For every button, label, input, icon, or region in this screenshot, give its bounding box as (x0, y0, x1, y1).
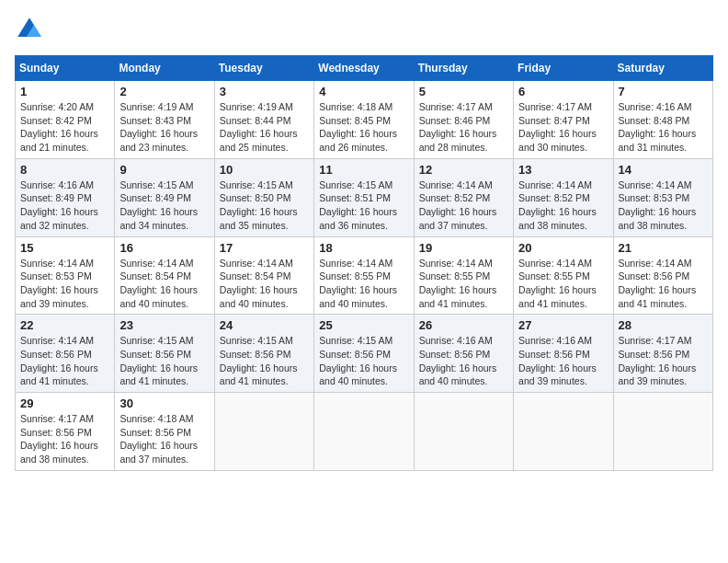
day-number: 15 (20, 241, 109, 255)
day-info: Sunrise: 4:15 AMSunset: 8:50 PMDaylight:… (220, 179, 298, 231)
day-number: 4 (319, 85, 408, 98)
day-number: 24 (220, 318, 309, 332)
column-header-thursday: Thursday (414, 56, 513, 81)
calendar-cell: 24Sunrise: 4:15 AMSunset: 8:56 PMDayligh… (214, 315, 313, 393)
calendar-cell: 19Sunrise: 4:14 AMSunset: 8:55 PMDayligh… (414, 236, 513, 315)
logo (15, 15, 48, 44)
day-number: 27 (518, 318, 608, 332)
day-number: 23 (119, 318, 209, 332)
day-info: Sunrise: 4:14 AMSunset: 8:54 PMDaylight:… (220, 258, 298, 309)
column-header-wednesday: Wednesday (314, 56, 414, 81)
day-number: 21 (619, 241, 708, 255)
calendar-cell: 23Sunrise: 4:15 AMSunset: 8:56 PMDayligh… (115, 315, 214, 393)
calendar-cell (414, 393, 513, 471)
calendar-cell: 28Sunrise: 4:17 AMSunset: 8:56 PMDayligh… (613, 315, 712, 393)
calendar-table: SundayMondayTuesdayWednesdayThursdayFrid… (15, 55, 713, 471)
day-info: Sunrise: 4:20 AMSunset: 8:42 PMDaylight:… (20, 101, 98, 153)
calendar-cell: 21Sunrise: 4:14 AMSunset: 8:56 PMDayligh… (613, 236, 712, 315)
column-header-friday: Friday (514, 56, 613, 81)
calendar-body: 1Sunrise: 4:20 AMSunset: 8:42 PMDaylight… (16, 81, 713, 471)
calendar-week-5: 29Sunrise: 4:17 AMSunset: 8:56 PMDayligh… (16, 393, 713, 471)
day-number: 10 (220, 163, 309, 177)
day-number: 14 (619, 163, 708, 177)
day-info: Sunrise: 4:17 AMSunset: 8:56 PMDaylight:… (20, 413, 98, 465)
calendar-cell: 16Sunrise: 4:14 AMSunset: 8:54 PMDayligh… (115, 236, 214, 315)
day-info: Sunrise: 4:17 AMSunset: 8:47 PMDaylight:… (518, 101, 597, 153)
day-number: 25 (319, 318, 408, 332)
calendar-week-4: 22Sunrise: 4:14 AMSunset: 8:56 PMDayligh… (16, 315, 713, 393)
day-info: Sunrise: 4:14 AMSunset: 8:56 PMDaylight:… (20, 335, 98, 386)
calendar-week-3: 15Sunrise: 4:14 AMSunset: 8:53 PMDayligh… (16, 236, 713, 315)
day-number: 6 (518, 85, 608, 98)
day-info: Sunrise: 4:16 AMSunset: 8:48 PMDaylight:… (619, 101, 697, 153)
calendar-cell: 15Sunrise: 4:14 AMSunset: 8:53 PMDayligh… (16, 236, 115, 315)
calendar-cell (314, 393, 414, 471)
day-number: 29 (20, 396, 109, 410)
calendar-week-1: 1Sunrise: 4:20 AMSunset: 8:42 PMDaylight… (16, 81, 713, 159)
day-info: Sunrise: 4:14 AMSunset: 8:53 PMDaylight:… (619, 179, 697, 231)
calendar-cell: 9Sunrise: 4:15 AMSunset: 8:49 PMDaylight… (115, 158, 214, 236)
calendar-cell (613, 393, 712, 471)
column-header-tuesday: Tuesday (214, 56, 313, 81)
calendar-cell: 13Sunrise: 4:14 AMSunset: 8:52 PMDayligh… (514, 158, 613, 236)
day-info: Sunrise: 4:16 AMSunset: 8:49 PMDaylight:… (20, 179, 98, 231)
day-number: 3 (220, 85, 309, 98)
calendar-week-2: 8Sunrise: 4:16 AMSunset: 8:49 PMDaylight… (16, 158, 713, 236)
calendar-cell: 12Sunrise: 4:14 AMSunset: 8:52 PMDayligh… (414, 158, 513, 236)
day-info: Sunrise: 4:14 AMSunset: 8:55 PMDaylight:… (518, 258, 597, 309)
calendar-cell: 2Sunrise: 4:19 AMSunset: 8:43 PMDaylight… (115, 81, 214, 159)
day-number: 9 (119, 163, 209, 177)
column-header-monday: Monday (115, 56, 214, 81)
calendar-cell: 20Sunrise: 4:14 AMSunset: 8:55 PMDayligh… (514, 236, 613, 315)
day-number: 2 (119, 85, 209, 98)
day-info: Sunrise: 4:18 AMSunset: 8:56 PMDaylight:… (119, 413, 198, 465)
day-info: Sunrise: 4:14 AMSunset: 8:56 PMDaylight:… (619, 258, 697, 309)
calendar-cell: 3Sunrise: 4:19 AMSunset: 8:44 PMDaylight… (214, 81, 313, 159)
day-number: 5 (419, 85, 508, 98)
calendar-cell: 27Sunrise: 4:16 AMSunset: 8:56 PMDayligh… (514, 315, 613, 393)
day-info: Sunrise: 4:14 AMSunset: 8:53 PMDaylight:… (20, 258, 98, 309)
day-info: Sunrise: 4:14 AMSunset: 8:54 PMDaylight:… (119, 258, 198, 309)
day-number: 1 (20, 85, 109, 98)
day-number: 18 (319, 241, 408, 255)
day-info: Sunrise: 4:14 AMSunset: 8:55 PMDaylight:… (419, 258, 497, 309)
calendar-cell: 6Sunrise: 4:17 AMSunset: 8:47 PMDaylight… (514, 81, 613, 159)
day-info: Sunrise: 4:15 AMSunset: 8:56 PMDaylight:… (319, 335, 397, 386)
day-number: 30 (119, 396, 209, 410)
column-header-sunday: Sunday (16, 56, 115, 81)
page-header (15, 15, 713, 44)
day-info: Sunrise: 4:16 AMSunset: 8:56 PMDaylight:… (419, 335, 497, 386)
day-info: Sunrise: 4:18 AMSunset: 8:45 PMDaylight:… (319, 101, 397, 153)
calendar-cell: 7Sunrise: 4:16 AMSunset: 8:48 PMDaylight… (613, 81, 712, 159)
column-header-saturday: Saturday (613, 56, 712, 81)
calendar-cell: 4Sunrise: 4:18 AMSunset: 8:45 PMDaylight… (314, 81, 414, 159)
day-number: 20 (518, 241, 608, 255)
day-info: Sunrise: 4:14 AMSunset: 8:52 PMDaylight:… (419, 179, 497, 231)
day-info: Sunrise: 4:17 AMSunset: 8:56 PMDaylight:… (619, 335, 697, 386)
day-number: 7 (619, 85, 708, 98)
day-info: Sunrise: 4:15 AMSunset: 8:51 PMDaylight:… (319, 179, 397, 231)
day-info: Sunrise: 4:14 AMSunset: 8:52 PMDaylight:… (518, 179, 597, 231)
day-number: 16 (119, 241, 209, 255)
calendar-cell: 17Sunrise: 4:14 AMSunset: 8:54 PMDayligh… (214, 236, 313, 315)
calendar-cell: 30Sunrise: 4:18 AMSunset: 8:56 PMDayligh… (115, 393, 214, 471)
day-number: 17 (220, 241, 309, 255)
calendar-cell: 18Sunrise: 4:14 AMSunset: 8:55 PMDayligh… (314, 236, 414, 315)
calendar-cell: 29Sunrise: 4:17 AMSunset: 8:56 PMDayligh… (16, 393, 115, 471)
calendar-header-row: SundayMondayTuesdayWednesdayThursdayFrid… (16, 56, 713, 81)
calendar-cell: 14Sunrise: 4:14 AMSunset: 8:53 PMDayligh… (613, 158, 712, 236)
day-info: Sunrise: 4:17 AMSunset: 8:46 PMDaylight:… (419, 101, 497, 153)
calendar-cell: 22Sunrise: 4:14 AMSunset: 8:56 PMDayligh… (16, 315, 115, 393)
day-info: Sunrise: 4:19 AMSunset: 8:43 PMDaylight:… (119, 101, 198, 153)
day-number: 19 (419, 241, 508, 255)
day-info: Sunrise: 4:16 AMSunset: 8:56 PMDaylight:… (518, 335, 597, 386)
day-number: 11 (319, 163, 408, 177)
day-number: 8 (20, 163, 109, 177)
day-info: Sunrise: 4:15 AMSunset: 8:56 PMDaylight:… (220, 335, 298, 386)
day-number: 26 (419, 318, 508, 332)
day-info: Sunrise: 4:14 AMSunset: 8:55 PMDaylight:… (319, 258, 397, 309)
calendar-cell: 5Sunrise: 4:17 AMSunset: 8:46 PMDaylight… (414, 81, 513, 159)
calendar-cell (214, 393, 313, 471)
calendar-cell: 11Sunrise: 4:15 AMSunset: 8:51 PMDayligh… (314, 158, 414, 236)
calendar-cell: 26Sunrise: 4:16 AMSunset: 8:56 PMDayligh… (414, 315, 513, 393)
